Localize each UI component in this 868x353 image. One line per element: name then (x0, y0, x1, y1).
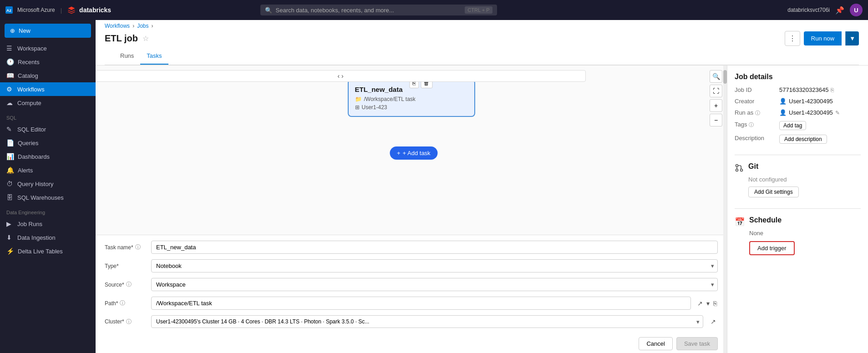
tab-runs[interactable]: Runs (114, 48, 140, 65)
canvas-zoom-out-button[interactable]: − (710, 114, 722, 126)
run-now-dropdown-button[interactable]: ▼ (845, 31, 859, 45)
canvas-zoom-in-button[interactable]: + (710, 99, 722, 112)
job-id-value: 577163320323645 ⎘ (779, 86, 834, 93)
chevron-down-icon: ▼ (849, 35, 855, 42)
form-row-path: Path* ⓘ ↗ ▾ ⎘ (105, 297, 718, 310)
sql-editor-icon: ✎ (6, 126, 14, 133)
breadcrumb-jobs[interactable]: Jobs (137, 23, 148, 29)
job-details-title: Job details (735, 73, 861, 81)
sidebar-item-sql-warehouses[interactable]: 🗄 SQL Warehouses (0, 191, 96, 204)
source-info-icon[interactable]: ⓘ (126, 281, 132, 288)
star-icon[interactable]: ☆ (142, 34, 149, 43)
sidebar-item-data-ingestion[interactable]: ⬇ Data Ingestion (0, 231, 96, 244)
toggle-panel-button[interactable]: ‹ › (96, 70, 586, 82)
new-button[interactable]: ⊕ New (5, 24, 91, 38)
alerts-icon: 🔔 (6, 166, 14, 174)
data-ingestion-icon: ⬇ (6, 234, 14, 241)
cluster-select-wrap: User1-42300495's Cluster 14 GB · 4 Cores… (151, 315, 703, 328)
sidebar-item-delta-live-tables[interactable]: ⚡ Delta Live Tables (0, 244, 96, 258)
cluster-info-icon[interactable]: ⓘ (126, 318, 132, 326)
path-info-icon[interactable]: ⓘ (120, 299, 125, 307)
form-label-path: Path* ⓘ (105, 299, 146, 307)
compute-icon: ☁ (6, 99, 14, 106)
svg-text:Az: Az (6, 8, 11, 13)
creator-row: Creator 👤 User1-42300495 (735, 98, 861, 105)
add-task-button[interactable]: + + Add task (390, 146, 438, 160)
type-select-wrap: Notebook ▾ (151, 259, 718, 272)
right-panel: Job details Job ID 577163320323645 ⎘ Cre… (727, 66, 868, 353)
job-id-copy-button[interactable]: ⎘ (831, 87, 834, 93)
git-section: Git Not configured Add Git settings (735, 162, 861, 197)
sql-warehouses-icon: 🗄 (6, 194, 14, 201)
cluster-open-button[interactable]: ↗ (709, 317, 718, 326)
query-history-icon: ⏱ (6, 180, 14, 187)
page-header: Workflows › Jobs › ETL job ☆ ⋮ Run now ▼ (96, 20, 868, 66)
header-actions: ⋮ Run now ▼ (785, 31, 859, 46)
sidebar-label-workspace: Workspace (17, 45, 47, 52)
app-layout: ⊕ New ☰ Workspace 🕐 Recents 📖 Catalog ⚙ … (0, 0, 868, 353)
add-git-settings-button[interactable]: Add Git settings (748, 187, 799, 197)
sidebar-item-sql-editor[interactable]: ✎ SQL Editor (0, 122, 96, 136)
azure-logo: Az (5, 6, 14, 14)
sidebar-label-data-ingestion: Data Ingestion (17, 234, 56, 241)
sidebar-item-catalog[interactable]: 📖 Catalog (0, 69, 96, 82)
svg-point-4 (736, 169, 738, 171)
navbar: Az Microsoft Azure | databricks 🔍 Search… (0, 0, 868, 20)
form-scrollbar[interactable] (723, 235, 727, 353)
form-label-task-name: Task name* ⓘ (105, 243, 146, 251)
sidebar-label-sql-editor: SQL Editor (17, 126, 46, 133)
task-name-info-icon[interactable]: ⓘ (135, 243, 141, 251)
sidebar-item-workflows[interactable]: ⚙ Workflows (0, 82, 96, 96)
sidebar-label-delta-live-tables: Delta Live Tables (18, 248, 63, 255)
canvas-expand-button[interactable]: ⛶ (710, 85, 722, 97)
cancel-button[interactable]: Cancel (639, 337, 672, 350)
run-as-edit-button[interactable]: ✎ (835, 110, 840, 116)
add-description-button[interactable]: Add description (779, 135, 827, 144)
add-tag-button[interactable]: Add tag (779, 121, 806, 130)
type-select[interactable]: Notebook (151, 259, 718, 272)
more-options-button[interactable]: ⋮ (785, 31, 800, 46)
path-dropdown-button[interactable]: ▾ (706, 299, 711, 308)
run-now-button[interactable]: Run now (804, 31, 842, 45)
schedule-content: Schedule None Add trigger (749, 216, 861, 255)
workspace-icon: ☰ (6, 45, 14, 52)
sidebar-item-queries[interactable]: 📄 Queries (0, 136, 96, 150)
sidebar-item-workspace[interactable]: ☰ Workspace (0, 41, 96, 55)
path-input[interactable] (151, 297, 691, 310)
sidebar-label-query-history: Query History (17, 181, 53, 187)
path-open-button[interactable]: ↗ (696, 299, 704, 308)
job-id-row: Job ID 577163320323645 ⎘ (735, 86, 861, 93)
sidebar-item-job-runs[interactable]: ▶ Job Runs (0, 217, 96, 231)
git-title: Git (748, 162, 861, 171)
sidebar-item-compute[interactable]: ☁ Compute (0, 96, 96, 110)
canvas-search-button[interactable]: 🔍 (710, 70, 722, 83)
tags-info-button[interactable]: ⓘ (749, 121, 754, 128)
sidebar-item-recents[interactable]: 🕐 Recents (0, 55, 96, 69)
global-search[interactable]: 🔍 Search data, notebooks, recents, and m… (260, 5, 497, 15)
avatar[interactable]: U (850, 4, 863, 16)
sidebar-item-dashboards[interactable]: 📊 Dashboards (0, 150, 96, 163)
databricks-logo-icon (67, 6, 76, 14)
task-name-input[interactable] (151, 241, 718, 254)
sidebar-label-compute: Compute (17, 100, 41, 106)
cluster-select[interactable]: User1-42300495's Cluster 14 GB · 4 Cores… (151, 315, 703, 328)
cluster-icon: ⊞ (355, 104, 360, 111)
recents-icon: 🕐 (6, 58, 14, 66)
source-select[interactable]: Workspace (151, 278, 718, 291)
schedule-title: Schedule (749, 216, 861, 224)
user-dropdown-text[interactable]: databricksvct706i (787, 7, 830, 13)
canvas-area: ‹ › ℹ ⎘ 🗑 ETL_new_data 📁 /Workspace/ETL … (96, 66, 727, 353)
run-as-info-button[interactable]: ⓘ (755, 110, 760, 116)
form-row-source: Source* ⓘ Workspace ▾ (105, 278, 718, 291)
tab-tasks[interactable]: Tasks (140, 48, 168, 65)
sidebar-item-query-history[interactable]: ⏱ Query History (0, 177, 96, 191)
save-task-button[interactable]: Save task (676, 337, 718, 350)
breadcrumb-workflows[interactable]: Workflows (105, 23, 130, 29)
sidebar-label-sql-warehouses: SQL Warehouses (17, 194, 64, 201)
sidebar-item-alerts[interactable]: 🔔 Alerts (0, 163, 96, 177)
sql-section-header: SQL (0, 110, 96, 122)
add-trigger-button[interactable]: Add trigger (749, 241, 795, 255)
run-as-row: Run as ⓘ 👤 User1-42300495 ✎ (735, 109, 861, 116)
path-copy-button[interactable]: ⎘ (712, 299, 718, 308)
divider-1 (735, 155, 861, 155)
